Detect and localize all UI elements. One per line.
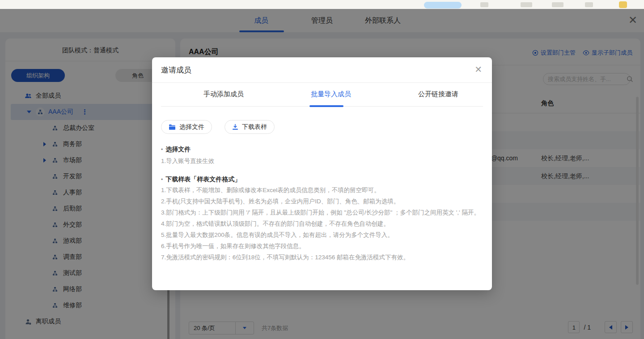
section-heading-choose-file: 选择文件 [161,146,483,154]
tab-manual-add[interactable]: 手动添加成员 [197,83,250,107]
download-sample-button[interactable]: 下载表样 [225,120,275,134]
instruction-line: 5.批量导入最大数据200条。信息有误的成员不导入，如有超出，请分为多个文件导入… [161,231,483,240]
instruction-line: 2.手机(只支持中国大陆手机号)、姓名为必填，企业内用户ID、部门、角色、邮箱为… [161,197,483,206]
member-management-dialog: 成员 管理员 外部联系人 团队模式：普通模式 组织架构 角色 全部成员 [0,9,644,339]
background-window-chrome [0,0,644,9]
download-icon [232,124,238,130]
instruction-line: 3.部门格式为：上下级部门间用 '/' 隔开，且从最上级部门开始，例如 "总公司… [161,208,483,217]
choose-file-button[interactable]: 选择文件 [161,120,212,134]
instruction-line: 6.手机号作为唯一值，如果存在则修改其他字段信息。 [161,242,483,251]
close-modal-icon[interactable]: ✕ [475,64,482,75]
instruction-line: 1.下载表样，不能增加、删除或修改本Excel表的成员信息类别，不填的留空即可。 [161,186,483,195]
close-dialog-icon[interactable]: ✕ [626,13,640,27]
background-toolbar-icon [552,2,564,7]
tab-public-link[interactable]: 公开链接邀请 [411,83,465,107]
background-star-icon [619,1,627,8]
folder-icon [169,124,176,130]
background-toolbar-icon [521,2,532,7]
section-heading-download-sample: 下载样表「样表文件格式」 [161,176,483,184]
background-toolbar-icon [480,2,488,7]
tab-batch-import[interactable]: 批量导入成员 [304,83,358,107]
instruction-line: 1.导入账号直接生效 [161,157,483,166]
instruction-line: 4.部门为空，格式错误默认顶级部门。不存在的部门自动创建，不存在角色自动创建。 [161,219,483,228]
modal-title: 邀请成员 [161,65,191,75]
invite-members-modal: 邀请成员 ✕ 手动添加成员 批量导入成员 公开链接邀请 选择文件 下载表样 选择… [152,57,492,290]
active-tab-underline [309,105,343,107]
background-pill-button [424,2,462,9]
background-toolbar-icon [585,2,593,7]
instruction-line: 7.免激活模式的密码规则：6位到18位，不填写则默认为：123456 邮箱在免激… [161,253,483,262]
